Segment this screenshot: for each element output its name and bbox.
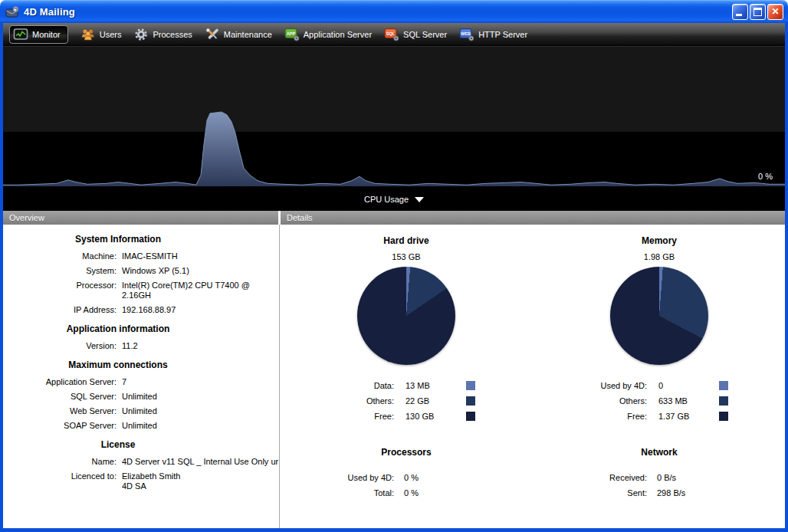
toolbar-label: Processes xyxy=(153,30,192,39)
chevron-down-icon xyxy=(415,197,424,202)
maximize-button[interactable] xyxy=(750,4,766,20)
panel-headers: Overview Details xyxy=(3,211,785,225)
legend-value: 130 GB xyxy=(405,412,455,421)
row-label: Application Server: xyxy=(3,377,117,387)
app-icon xyxy=(5,5,20,18)
memory-block: Memory 1.98 GB Used by 4D: 0 Others: xyxy=(533,226,785,424)
cpu-usage-graph: 0 % xyxy=(3,46,785,188)
toolbar-button-application-server[interactable]: APP Application Server xyxy=(284,28,372,41)
row-label: Machine: xyxy=(3,251,117,261)
toolbar-button-monitor[interactable]: Monitor xyxy=(9,25,68,44)
memory-legend: Used by 4D: 0 Others: 633 MB Free: xyxy=(533,378,785,424)
svg-text:WEB: WEB xyxy=(461,31,471,35)
hard-drive-title: Hard drive xyxy=(280,235,533,246)
section-title-application-information: Application information xyxy=(3,323,233,334)
app-window: 4D Mailing ✕ Monitor xyxy=(0,0,788,532)
legend-label: Others: xyxy=(533,396,647,406)
toolbar: Monitor Users Processes xyxy=(3,23,785,46)
network-block: Network Received: 0 B/s Sent: 298 B/s xyxy=(533,424,785,501)
toolbar-label: Maintenance xyxy=(224,30,272,39)
maximize-icon xyxy=(754,8,762,16)
info-row-version: Version: 11.2 xyxy=(3,341,279,351)
legend-label: Data: xyxy=(280,381,394,390)
legend-value: 22 GB xyxy=(405,396,455,406)
licensee-company: 4D SA xyxy=(122,481,279,491)
overview-header: Overview xyxy=(3,211,278,225)
network-row-received: Received: 0 B/s xyxy=(533,470,785,485)
memory-pie-chart xyxy=(610,267,708,365)
row-label: Version: xyxy=(3,341,117,351)
row-value: Elizabeth Smith 4D SA xyxy=(122,471,279,491)
row-value: Unlimited xyxy=(122,406,279,416)
toolbar-label: SQL Server xyxy=(403,30,447,39)
minimize-icon xyxy=(736,14,742,16)
legend-swatch xyxy=(466,381,475,390)
minimize-button[interactable] xyxy=(732,4,748,20)
processors-title: Processors xyxy=(280,447,533,458)
row-label: Name: xyxy=(3,457,117,467)
info-row-ip-address: IP Address: 192.168.88.97 xyxy=(3,305,279,315)
row-label: Sent: xyxy=(533,488,647,498)
processors-block: Processors Used by 4D: 0 % Total: 0 % xyxy=(280,424,533,501)
legend-swatch xyxy=(719,412,728,421)
sql-server-icon: SQL xyxy=(384,28,399,41)
row-label: System: xyxy=(3,266,117,276)
toolbar-button-maintenance[interactable]: Maintenance xyxy=(205,28,272,41)
row-value: 192.168.88.97 xyxy=(122,305,279,315)
details-panel: Hard drive 153 GB Data: 13 MB Others: xyxy=(280,225,785,528)
processors-row-used-by-4d: Used by 4D: 0 % xyxy=(280,470,533,485)
info-row-system: System: Windows XP (5.1) xyxy=(3,266,279,276)
legend-swatch xyxy=(719,396,728,406)
processors-row-total: Total: 0 % xyxy=(280,485,533,501)
toolbar-button-users[interactable]: Users xyxy=(80,28,122,41)
info-row-processor: Processor: Intel(R) Core(TM)2 CPU T7400 … xyxy=(3,281,279,300)
graph-source-selector[interactable]: CPU Usage xyxy=(3,188,785,211)
info-row-license-name: Name: 4D Server v11 SQL _ Internal Use O… xyxy=(3,457,279,467)
users-icon xyxy=(80,28,96,41)
row-value: 0 B/s xyxy=(657,473,785,482)
row-label: Total: xyxy=(280,488,394,498)
row-value: 7 xyxy=(122,377,279,387)
toolbar-label: Monitor xyxy=(32,30,61,39)
hard-drive-total: 153 GB xyxy=(280,252,533,261)
row-label: SQL Server: xyxy=(3,392,117,402)
row-label: IP Address: xyxy=(3,305,117,315)
legend-row-others: Others: 22 GB xyxy=(280,393,533,409)
row-label: Used by 4D: xyxy=(280,473,394,482)
licensee-name: Elizabeth Smith xyxy=(122,471,180,481)
legend-label: Used by 4D: xyxy=(533,381,647,390)
legend-swatch xyxy=(466,396,475,406)
row-label: Received: xyxy=(533,473,647,482)
info-row-application-server: Application Server: 7 xyxy=(3,377,279,387)
toolbar-label: HTTP Server xyxy=(478,30,527,39)
legend-value: 13 MB xyxy=(405,381,455,390)
memory-title: Memory xyxy=(533,235,785,246)
toolbar-button-sql-server[interactable]: SQL SQL Server xyxy=(384,28,447,41)
row-value: 298 B/s xyxy=(657,488,785,498)
network-row-sent: Sent: 298 B/s xyxy=(533,485,785,501)
info-row-web-server: Web Server: Unlimited xyxy=(3,406,279,416)
http-server-icon: WEB xyxy=(459,28,474,41)
toolbar-label: Application Server xyxy=(304,30,372,39)
row-value: Unlimited xyxy=(122,421,279,431)
cpu-current-value: 0 % xyxy=(758,172,773,181)
legend-label: Free: xyxy=(280,412,394,421)
legend-value: 0 xyxy=(658,381,708,390)
titlebar[interactable]: 4D Mailing ✕ xyxy=(0,0,788,23)
legend-row-others: Others: 633 MB xyxy=(533,393,785,409)
hard-drive-legend: Data: 13 MB Others: 22 GB Free: xyxy=(280,378,533,424)
legend-row-free: Free: 1.37 GB xyxy=(533,409,785,424)
details-header: Details xyxy=(281,211,785,225)
info-row-machine: Machine: IMAC-ESMITH xyxy=(3,251,279,261)
window-title: 4D Mailing xyxy=(24,6,732,18)
info-row-licenced-to: Licenced to: Elizabeth Smith 4D SA xyxy=(3,471,279,491)
row-value: 0 % xyxy=(404,488,533,498)
close-button[interactable]: ✕ xyxy=(767,4,783,20)
toolbar-button-http-server[interactable]: WEB HTTP Server xyxy=(459,28,527,41)
toolbar-button-processes[interactable]: Processes xyxy=(133,28,192,41)
legend-row-used-by-4d: Used by 4D: 0 xyxy=(533,378,785,393)
row-value: Windows XP (5.1) xyxy=(122,266,279,276)
legend-value: 633 MB xyxy=(658,396,708,406)
hard-drive-pie-chart xyxy=(357,267,455,365)
gear-icon xyxy=(133,28,149,41)
